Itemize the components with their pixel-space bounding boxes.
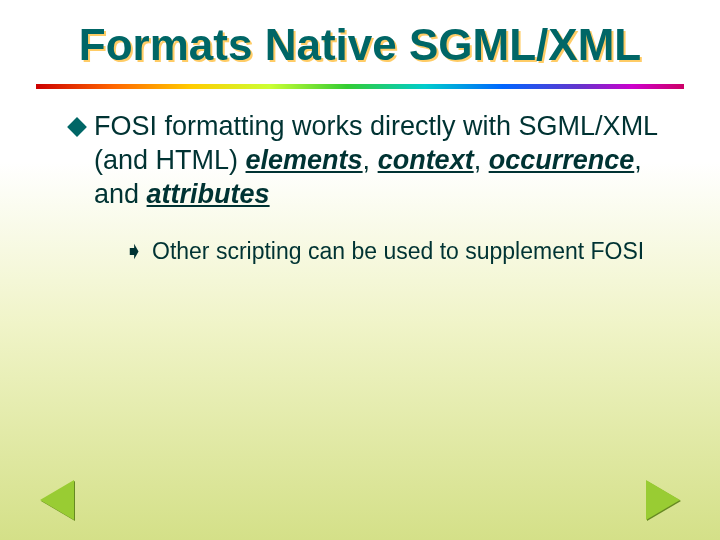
sep1: ,: [363, 145, 378, 175]
slide-title: Formats Native SGML/XML: [0, 20, 720, 70]
em-occurrence: occurrence: [489, 145, 635, 175]
next-slide-button[interactable]: [646, 480, 680, 520]
triangle-left-icon: [40, 480, 74, 520]
slide: Formats Native SGML/XML FOSI formatting …: [0, 0, 720, 540]
sub-bullet-text: Other scripting can be used to supplemen…: [152, 237, 644, 266]
content-area: FOSI formatting works directly with SGML…: [70, 110, 660, 266]
prev-slide-button[interactable]: [40, 480, 74, 520]
em-attributes: attributes: [147, 179, 270, 209]
sub-bullet-item: ➧ Other scripting can be used to supplem…: [124, 237, 660, 266]
diamond-bullet-icon: [67, 117, 87, 137]
bullet-text: FOSI formatting works directly with SGML…: [94, 110, 660, 211]
em-elements: elements: [246, 145, 363, 175]
divider-rainbow: [36, 84, 684, 89]
triangle-right-icon: [646, 480, 680, 520]
sep2: ,: [474, 145, 489, 175]
bullet-item: FOSI formatting works directly with SGML…: [70, 110, 660, 211]
em-context: context: [378, 145, 474, 175]
arrow-bullet-icon: ➧: [124, 239, 144, 263]
